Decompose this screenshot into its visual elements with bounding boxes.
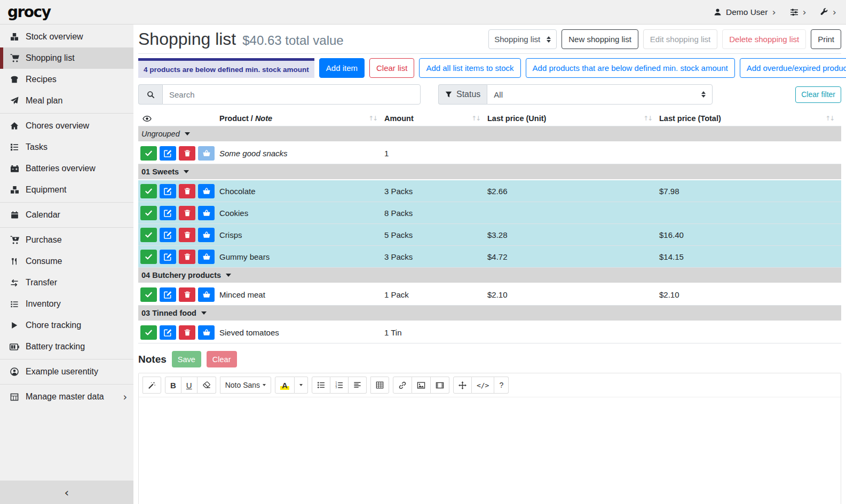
editor-font-color-dropdown[interactable] [295, 377, 308, 394]
sidebar-item-tasks[interactable]: Tasks [0, 137, 133, 158]
notes-editing-area[interactable] [139, 397, 841, 504]
row-delete-button[interactable] [179, 287, 195, 302]
row-edit-button[interactable] [160, 250, 176, 264]
sidebar-item-recipes[interactable]: Recipes [0, 69, 133, 90]
row-done-button[interactable] [140, 250, 157, 264]
row-done-button[interactable] [140, 325, 157, 340]
row-done-button[interactable] [140, 146, 157, 161]
notes-clear-button[interactable]: Clear [207, 351, 237, 367]
row-done-button[interactable] [140, 184, 157, 198]
sidebar-item-example-userentity[interactable]: Example userentity [0, 361, 133, 382]
sidebar-item-transfer[interactable]: Transfer [0, 272, 133, 293]
search-group [138, 84, 421, 105]
row-edit-button[interactable] [160, 146, 176, 161]
editor-underline-button[interactable]: U [181, 377, 197, 394]
editor-font-family-button[interactable]: Noto Sans [220, 377, 271, 394]
price-unit-column-header[interactable]: Last price (Unit) ↑↓ [487, 111, 659, 126]
row-edit-button[interactable] [160, 325, 176, 340]
editor-image-button[interactable] [412, 377, 431, 394]
amount-column-header[interactable]: Amount ↑↓ [384, 111, 487, 126]
new-shopping-list-button[interactable]: New shopping list [562, 29, 638, 49]
sort-icon[interactable]: ↑↓ [368, 115, 377, 122]
row-delete-button[interactable] [179, 146, 195, 161]
row-delete-button[interactable] [179, 228, 195, 242]
sidebar-item-equipment[interactable]: Equipment [0, 179, 133, 201]
row-add-to-stock-button[interactable] [198, 206, 215, 220]
group-header-ungrouped[interactable]: Ungrouped [138, 126, 841, 142]
sidebar-item-battery-tracking[interactable]: Battery tracking [0, 336, 133, 357]
row-add-to-stock-button[interactable] [198, 146, 215, 161]
status-select[interactable]: All [487, 84, 713, 105]
delete-shopping-list-button[interactable]: Delete shopping list [722, 29, 806, 49]
row-edit-button[interactable] [160, 206, 176, 220]
price-total-column-header[interactable]: Last price (Total) ↑↓ [659, 111, 841, 126]
preferences-menu[interactable]: › [790, 7, 807, 17]
row-delete-button[interactable] [179, 184, 195, 198]
row-delete-button[interactable] [179, 325, 195, 340]
below-min-stock-notice[interactable]: 4 products are below defined min. stock … [138, 58, 314, 78]
editor-clear-format-button[interactable] [197, 377, 216, 394]
editor-unordered-list-button[interactable] [312, 377, 330, 394]
sidebar-item-stock-overview[interactable]: Stock overview [0, 26, 133, 47]
row-edit-button[interactable] [160, 228, 176, 242]
fullscreen-arrows-icon [458, 381, 467, 389]
editor-font-color-button[interactable]: A [275, 377, 295, 394]
caret-down-icon [184, 170, 189, 173]
group-header-04-butchery-products[interactable]: 04 Butchery products [138, 268, 841, 284]
sidebar-item-batteries-overview[interactable]: Batteries overview [0, 158, 133, 179]
row-done-button[interactable] [140, 228, 157, 242]
clear-list-button[interactable]: Clear list [369, 58, 414, 78]
sidebar-item-inventory[interactable]: Inventory [0, 293, 133, 315]
row-delete-button[interactable] [179, 250, 195, 264]
row-done-button[interactable] [140, 287, 157, 302]
row-edit-button[interactable] [160, 184, 176, 198]
clear-filter-button[interactable]: Clear filter [795, 86, 841, 103]
row-edit-button[interactable] [160, 287, 176, 302]
row-add-to-stock-button[interactable] [198, 325, 215, 340]
admin-menu[interactable]: › [820, 7, 836, 17]
search-input[interactable] [162, 84, 421, 105]
sidebar-item-chores-overview[interactable]: Chores overview [0, 115, 133, 137]
sidebar-item-chore-tracking[interactable]: Chore tracking [0, 315, 133, 336]
editor-help-button[interactable]: ? [494, 377, 509, 394]
sidebar-item-manage-master-data[interactable]: Manage master data› [0, 386, 133, 407]
product-column-header[interactable]: Product / Note ↑↓ [219, 111, 384, 126]
row-done-button[interactable] [140, 206, 157, 220]
editor-table-button[interactable] [370, 377, 389, 394]
sidebar-item-shopping-list[interactable]: Shopping list [0, 47, 133, 69]
row-delete-button[interactable] [179, 206, 195, 220]
sidebar-collapse-button[interactable]: ‹ [0, 481, 133, 504]
row-add-to-stock-button[interactable] [198, 250, 215, 264]
editor-paragraph-button[interactable] [349, 377, 367, 394]
group-header-01-sweets[interactable]: 01 Sweets [138, 164, 841, 180]
sidebar-item-purchase[interactable]: Purchase [0, 229, 133, 251]
edit-shopping-list-button[interactable]: Edit shopping list [643, 29, 717, 49]
sort-icon[interactable]: ↑↓ [471, 115, 480, 122]
sidebar-item-consume[interactable]: Consume [0, 251, 133, 272]
add-overdue-button[interactable]: Add overdue/expired products [740, 58, 846, 78]
sidebar-item-meal-plan[interactable]: Meal plan [0, 90, 133, 111]
add-item-button[interactable]: Add item [319, 58, 365, 78]
editor-bold-button[interactable]: B [165, 377, 181, 394]
editor-style-button[interactable] [143, 377, 161, 394]
editor-link-button[interactable] [393, 377, 412, 394]
user-menu[interactable]: Demo User › [714, 7, 776, 17]
row-add-to-stock-button[interactable] [198, 287, 215, 302]
row-add-to-stock-button[interactable] [198, 228, 215, 242]
row-add-to-stock-button[interactable] [198, 184, 215, 198]
sidebar-item-calendar[interactable]: Calendar [0, 204, 133, 226]
add-below-min-stock-button[interactable]: Add products that are below defined min.… [526, 58, 735, 78]
print-button[interactable]: Print [811, 29, 841, 49]
editor-ordered-list-button[interactable]: 123 [330, 377, 349, 394]
visibility-column-header[interactable] [138, 111, 219, 126]
sort-icon[interactable]: ↑↓ [643, 115, 652, 122]
editor-video-button[interactable] [431, 377, 449, 394]
shopping-list-select[interactable]: Shopping list [488, 29, 557, 49]
sort-icon[interactable]: ↑↓ [825, 115, 834, 122]
editor-fullscreen-button[interactable] [453, 377, 472, 394]
editor-codeview-button[interactable]: </> [472, 377, 494, 394]
group-header-03-tinned-food[interactable]: 03 Tinned food [138, 306, 841, 322]
notes-save-button[interactable]: Save [172, 351, 201, 367]
add-all-to-stock-button[interactable]: Add all list items to stock [419, 58, 520, 78]
price-total-cell: $14.15 [659, 252, 841, 261]
